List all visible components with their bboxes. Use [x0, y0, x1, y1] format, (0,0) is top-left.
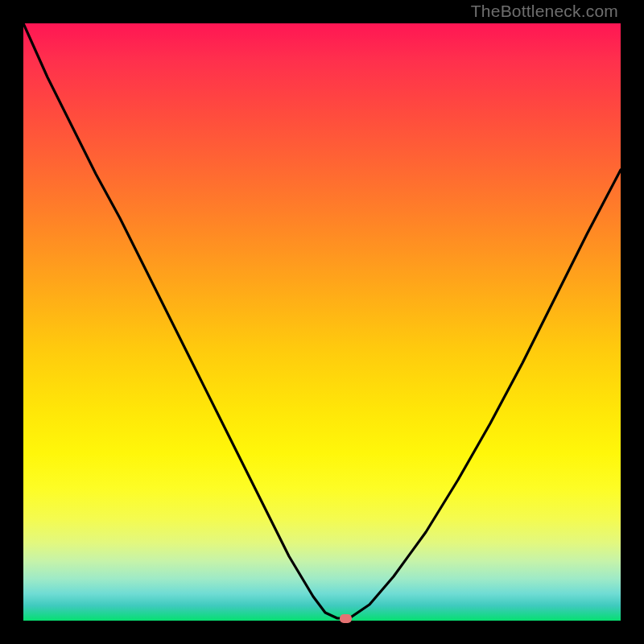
bottleneck-curve — [23, 23, 621, 621]
chart-outer: TheBottleneck.com — [0, 0, 644, 644]
watermark-text: TheBottleneck.com — [471, 2, 618, 21]
optimal-point-marker — [340, 614, 352, 623]
